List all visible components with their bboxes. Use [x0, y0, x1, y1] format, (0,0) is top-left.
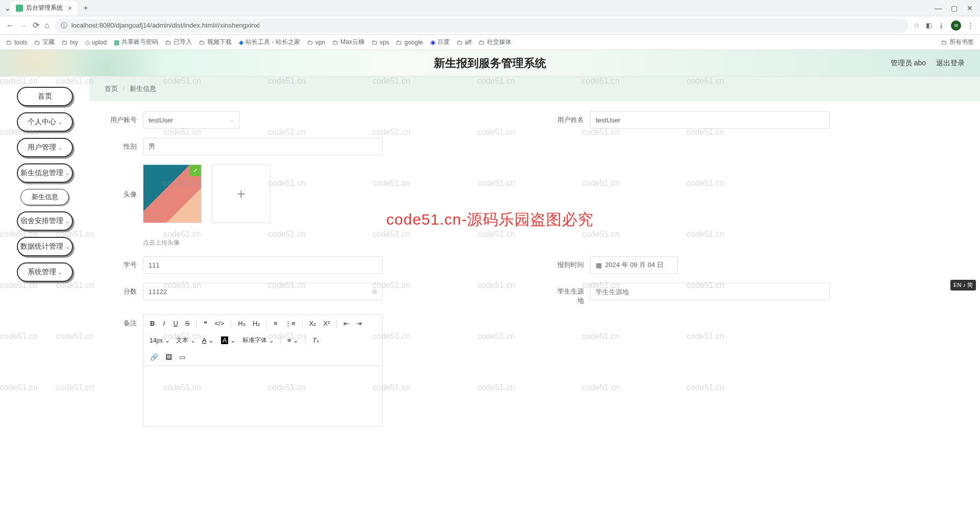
code-icon[interactable]: </>: [212, 318, 227, 329]
bg-color-icon[interactable]: A ⌄: [218, 335, 238, 346]
page-icon: ◆: [239, 39, 243, 46]
maximize-icon[interactable]: ▢: [951, 4, 958, 12]
image-icon[interactable]: 🖼: [163, 352, 175, 362]
chevron-down-icon: ⌄: [65, 171, 69, 176]
bookmark-item[interactable]: ◆站长工具 - 站长之家: [239, 38, 300, 46]
extensions-icon[interactable]: ◧: [926, 21, 932, 29]
avatar-thumbnail[interactable]: ✓: [143, 164, 202, 223]
folder-icon: 🗀: [479, 39, 485, 46]
bookmark-item[interactable]: 🗀vpn: [307, 39, 325, 46]
profile-avatar-icon[interactable]: w: [951, 20, 961, 31]
reload-icon[interactable]: ⟳: [33, 20, 39, 30]
avatar-label: 头像: [105, 164, 143, 199]
sidebar-item-student-info-mgmt[interactable]: 新生信息管理⌄: [17, 163, 73, 183]
ordered-list-icon[interactable]: ≡: [271, 318, 280, 329]
bookmark-item[interactable]: 🗀google: [396, 39, 423, 46]
sidebar-item-home[interactable]: 首页: [17, 87, 73, 106]
h1-icon[interactable]: H₁: [235, 318, 248, 329]
sidebar-item-stats-mgmt[interactable]: 数据统计管理⌄: [17, 237, 73, 256]
fontfamily-select[interactable]: 标准字体 ⌄: [240, 335, 276, 346]
current-user[interactable]: 管理员 abo: [891, 59, 926, 68]
new-tab-icon[interactable]: +: [79, 4, 92, 13]
underline-icon[interactable]: U: [170, 318, 180, 329]
breadcrumb-home[interactable]: 首页: [105, 85, 118, 92]
video-icon[interactable]: ▭: [177, 352, 188, 362]
account-value: testUser: [149, 116, 173, 124]
outdent-icon[interactable]: ⇥: [354, 318, 364, 329]
texttype-select[interactable]: 文本 ⌄: [174, 335, 198, 346]
bookmark-item[interactable]: 🗀社交媒体: [479, 38, 511, 46]
indent-icon[interactable]: ⇤: [341, 318, 352, 329]
bookmark-item[interactable]: 🗀视频下载: [199, 38, 232, 46]
account-select[interactable]: testUser ⌄: [143, 111, 240, 129]
sidebar-item-profile[interactable]: 个人中心⌄: [17, 112, 73, 132]
back-icon[interactable]: ←: [6, 21, 14, 30]
bookmark-item[interactable]: 🗀aff: [457, 39, 472, 46]
fontsize-select[interactable]: 14px ⌄: [148, 336, 172, 345]
studentno-input[interactable]: [143, 256, 383, 274]
chevron-down-icon: ⌄: [58, 270, 62, 275]
chevron-down-icon: ⌄: [65, 219, 69, 224]
chevron-down-icon: ⌄: [190, 337, 195, 344]
h2-icon[interactable]: H₂: [250, 318, 262, 329]
bookmark-star-icon[interactable]: ☆: [914, 21, 920, 29]
sidebar-subitem-student-info[interactable]: 新生信息: [20, 189, 69, 205]
origin-input[interactable]: [590, 283, 830, 300]
bookmark-item[interactable]: 🗀txy: [62, 39, 78, 46]
close-window-icon[interactable]: ✕: [967, 4, 973, 12]
bold-icon[interactable]: B: [148, 318, 157, 329]
checkin-label: 报到时间: [552, 256, 590, 270]
bookmark-item[interactable]: 🗀Max云梯: [332, 38, 364, 46]
clear-format-icon[interactable]: Tₓ: [310, 335, 322, 346]
bookmark-item[interactable]: 🗀tools: [6, 39, 27, 46]
sidebar-item-system-mgmt[interactable]: 系统管理⌄: [17, 262, 73, 282]
name-input[interactable]: [590, 111, 830, 129]
browser-tab[interactable]: 后台管理系统 ×: [11, 1, 77, 15]
sidebar-item-dorm-mgmt[interactable]: 宿舍安排管理⌄: [17, 211, 73, 231]
chevron-down-icon: ⌄: [65, 244, 69, 250]
folder-icon: 🗀: [307, 39, 313, 46]
forward-icon[interactable]: →: [19, 21, 28, 30]
remark-label: 备注: [105, 315, 143, 328]
tab-list-icon[interactable]: ⌄: [4, 3, 11, 13]
minimize-icon[interactable]: —: [935, 4, 942, 12]
bookmark-item[interactable]: ▦共享账号密码: [114, 38, 158, 46]
window-controls: — ▢ ✕: [935, 4, 976, 12]
kebab-menu-icon[interactable]: ⋮: [967, 21, 974, 29]
all-bookmarks[interactable]: 所有书签: [949, 38, 974, 46]
bookmark-item[interactable]: ◇uplod: [85, 39, 107, 46]
link-icon[interactable]: 🔗: [148, 352, 161, 362]
clear-icon[interactable]: ⊗: [372, 287, 378, 296]
editor-body[interactable]: [143, 366, 383, 427]
bookmark-item[interactable]: 🗀已导入: [165, 38, 192, 46]
score-label: 分数: [105, 283, 143, 296]
bookmark-bar: 🗀tools 🗀宝藏 🗀txy ◇uplod ▦共享账号密码 🗀已导入 🗀视频下…: [0, 35, 980, 50]
bookmark-item[interactable]: 🗀vps: [372, 39, 389, 46]
italic-icon[interactable]: I: [159, 318, 168, 329]
bookmark-item[interactable]: ◉百度: [430, 38, 450, 46]
superscript-icon[interactable]: X²: [321, 318, 332, 329]
align-icon[interactable]: ≡ ⌄: [285, 335, 301, 346]
favicon-icon: [16, 5, 23, 12]
page-icon: ▦: [114, 39, 119, 46]
site-info-icon[interactable]: ⓘ: [61, 21, 67, 30]
avatar-upload-button[interactable]: +: [212, 164, 271, 223]
checkin-date-input[interactable]: ▦ 2024 年 09 月 04 日: [590, 256, 678, 274]
breadcrumb-current: 新生信息: [130, 85, 156, 92]
unordered-list-icon[interactable]: ⋮≡: [282, 318, 298, 329]
score-input[interactable]: [143, 283, 383, 300]
subscript-icon[interactable]: X₂: [307, 318, 319, 329]
ime-badge[interactable]: EN ♪ 简: [950, 280, 976, 291]
strike-icon[interactable]: S: [183, 318, 192, 329]
breadcrumb: 首页 / 新生信息: [89, 77, 980, 101]
text-color-icon[interactable]: A ⌄: [200, 335, 216, 346]
bookmark-item[interactable]: 🗀宝藏: [34, 38, 55, 46]
sidebar-item-user-mgmt[interactable]: 用户管理⌄: [17, 138, 73, 157]
home-icon[interactable]: ⌂: [44, 21, 50, 30]
download-icon[interactable]: ⭳: [938, 21, 945, 29]
url-input[interactable]: ⓘ localhost:8080/djangoafj14/admin/dist/…: [55, 18, 909, 33]
close-tab-icon[interactable]: ×: [68, 4, 72, 12]
quote-icon[interactable]: ❝: [201, 318, 210, 329]
logout-link[interactable]: 退出登录: [936, 59, 965, 68]
gender-input[interactable]: [143, 138, 383, 155]
